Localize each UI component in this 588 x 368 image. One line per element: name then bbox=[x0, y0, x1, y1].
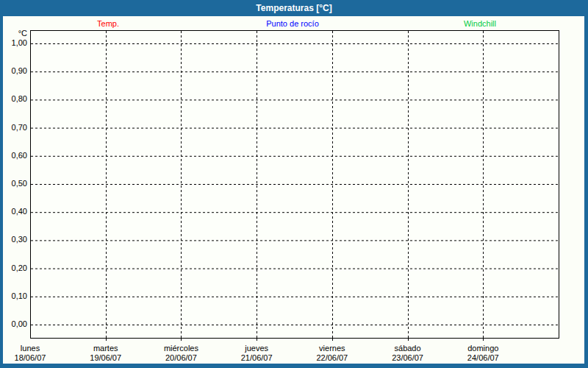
y-tick-label: 0,10 bbox=[0, 291, 27, 301]
window-title-text: Temperaturas [°C] bbox=[256, 3, 331, 13]
x-day-label: miércoles20/06/07 bbox=[148, 344, 214, 363]
window-title: Temperaturas [°C] bbox=[0, 0, 588, 16]
x-date-label: 19/06/07 bbox=[73, 353, 139, 363]
x-weekday-label: lunes bbox=[0, 344, 63, 353]
x-weekday-label: miércoles bbox=[148, 344, 214, 353]
x-weekday-label: domingo bbox=[450, 344, 516, 353]
y-tick-label: 0,20 bbox=[0, 263, 27, 273]
x-date-label: 24/06/07 bbox=[450, 353, 516, 363]
x-weekday-label: jueves bbox=[223, 344, 290, 353]
y-tick-label: 0,80 bbox=[0, 94, 27, 104]
y-tick-label: 0,30 bbox=[0, 235, 27, 244]
y-tick-label: 0,70 bbox=[0, 123, 27, 132]
x-axis-labels: lunes18/06/07martes19/06/07miércoles20/0… bbox=[0, 344, 588, 364]
y-tick-label: 0,60 bbox=[0, 151, 27, 160]
gridlines-svg bbox=[31, 31, 559, 342]
x-day-label: lunes18/06/07 bbox=[0, 344, 63, 363]
x-date-label: 18/06/07 bbox=[0, 353, 63, 363]
y-axis-unit: °C bbox=[0, 29, 27, 38]
x-date-label: 20/06/07 bbox=[148, 353, 214, 363]
x-day-label: sábado23/06/07 bbox=[375, 344, 441, 363]
y-tick-label: 1,00 bbox=[0, 38, 27, 48]
y-tick-label: 0,50 bbox=[0, 179, 27, 188]
x-day-label: martes19/06/07 bbox=[73, 344, 139, 363]
plot-area bbox=[30, 30, 559, 339]
x-date-label: 21/06/07 bbox=[223, 353, 290, 363]
legend-dew-point: Punto de rocío bbox=[266, 19, 319, 28]
x-date-label: 22/06/07 bbox=[299, 353, 365, 363]
x-day-label: jueves21/06/07 bbox=[223, 344, 290, 363]
x-day-label: domingo24/06/07 bbox=[450, 344, 516, 363]
x-date-label: 23/06/07 bbox=[375, 353, 441, 363]
x-day-label: viernes22/06/07 bbox=[299, 344, 365, 363]
y-tick-label: 0,00 bbox=[0, 319, 27, 329]
app-window: Temperaturas [°C] Temp. Punto de rocío W… bbox=[0, 0, 588, 368]
y-tick-label: 0,40 bbox=[0, 207, 27, 216]
x-weekday-label: martes bbox=[73, 344, 139, 353]
x-weekday-label: viernes bbox=[299, 344, 365, 353]
x-weekday-label: sábado bbox=[375, 344, 441, 353]
y-tick-label: 0,90 bbox=[0, 66, 27, 76]
legend-windchill: Windchill bbox=[464, 19, 496, 28]
legend-temp: Temp. bbox=[97, 19, 119, 28]
